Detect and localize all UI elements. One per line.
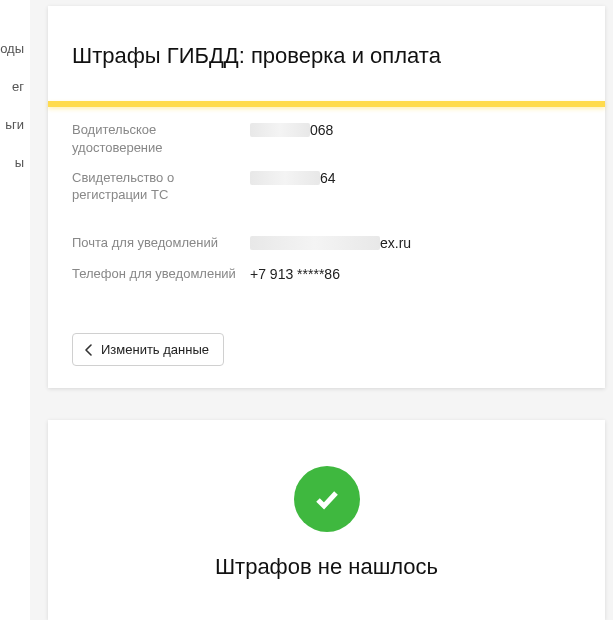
row-phone: Телефон для уведомлений +7 913 *****86 <box>72 265 581 284</box>
edit-data-label: Изменить данные <box>101 342 209 357</box>
page-title: Штрафы ГИБДД: проверка и оплата <box>48 21 605 87</box>
value-license-text: 068 <box>310 122 333 138</box>
label-phone: Телефон для уведомлений <box>72 265 250 283</box>
label-registration: Свидетельство о регистрации ТС <box>72 169 250 204</box>
sidebar-item-2[interactable]: ьги <box>0 106 30 144</box>
value-email-text: ex.ru <box>380 235 411 251</box>
value-registration: 64 <box>250 169 336 188</box>
result-card: Штрафов не нашлось <box>48 420 605 620</box>
details-card: Штрафы ГИБДД: проверка и оплата Водитель… <box>48 6 605 388</box>
value-phone: +7 913 *****86 <box>250 265 340 284</box>
value-license: 068 <box>250 121 333 140</box>
redacted-segment <box>250 236 380 250</box>
redacted-segment <box>250 123 310 137</box>
sidebar: оды ег ьги ы <box>0 0 30 620</box>
sidebar-item-1[interactable]: ег <box>0 68 30 106</box>
row-email: Почта для уведомлений ex.ru <box>72 234 581 253</box>
redacted-segment <box>250 171 320 185</box>
label-email: Почта для уведомлений <box>72 234 250 252</box>
check-icon <box>309 481 345 517</box>
row-license: Водительское удостоверение 068 <box>72 121 581 156</box>
row-registration: Свидетельство о регистрации ТС 64 <box>72 169 581 204</box>
success-badge <box>294 466 360 532</box>
edit-data-button[interactable]: Изменить данные <box>72 333 224 366</box>
sidebar-item-0[interactable]: оды <box>0 30 30 68</box>
sidebar-item-3[interactable]: ы <box>0 144 30 182</box>
value-email: ex.ru <box>250 234 411 253</box>
result-title: Штрафов не нашлось <box>48 554 605 580</box>
chevron-left-icon <box>83 344 95 356</box>
value-registration-text: 64 <box>320 170 336 186</box>
info-block: Водительское удостоверение 068 Свидетель… <box>48 107 605 303</box>
label-license: Водительское удостоверение <box>72 121 250 156</box>
